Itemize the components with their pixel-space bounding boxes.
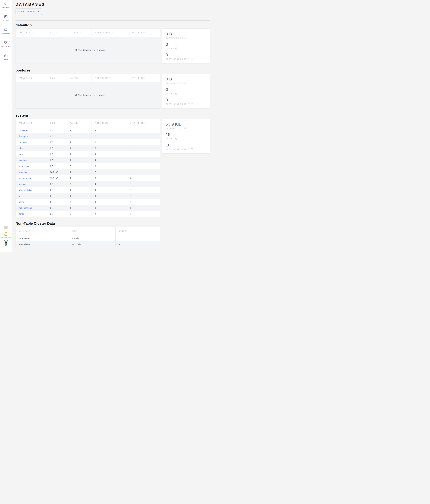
table-name-link[interactable]: comments bbox=[19, 129, 28, 132]
sidebar-item-label: JOBS bbox=[4, 59, 8, 60]
size-cell: 0 B bbox=[47, 211, 67, 217]
table-name-link[interactable]: web_sessions bbox=[19, 207, 32, 209]
database-size-label: DATABASE SIZE bbox=[166, 37, 183, 39]
gear-icon bbox=[4, 226, 8, 230]
info-icon[interactable] bbox=[191, 103, 193, 105]
sort-caret-icon bbox=[112, 123, 113, 124]
columns-cell: 4 bbox=[92, 157, 127, 163]
chevron-down-icon bbox=[37, 11, 39, 12]
ranges-cell: 1 bbox=[67, 205, 92, 211]
sidebar-item-databases[interactable]: DATABASES bbox=[0, 28, 12, 34]
non-table-data-table: DATA TYPE SIZE RANGES Time Series 1.4 Mi… bbox=[16, 227, 160, 247]
column-header-ranges[interactable]: RANGES bbox=[67, 119, 92, 127]
page-title: DATABASES bbox=[16, 2, 210, 7]
empty-state: This database has no tables. bbox=[16, 37, 160, 63]
column-header-size[interactable]: SIZE bbox=[47, 74, 67, 82]
range-count-value: 0 bbox=[166, 98, 206, 102]
indices-cell: 1 bbox=[127, 157, 160, 163]
data-type-cell: Internal Use bbox=[16, 241, 69, 247]
ranges-cell: 1 bbox=[67, 169, 92, 175]
sort-caret-icon bbox=[33, 33, 34, 33]
columns-cell: 3 bbox=[92, 163, 127, 169]
size-cell: 1.4 MiB bbox=[69, 235, 116, 241]
column-header-table-name[interactable]: TABLE NAME bbox=[16, 74, 47, 82]
empty-state-message: This database has no tables. bbox=[78, 49, 105, 51]
size-cell: 0 B bbox=[47, 163, 67, 169]
column-header-columns[interactable]: # OF COLUMNS bbox=[92, 29, 127, 37]
column-header-columns[interactable]: # OF COLUMNS bbox=[92, 74, 127, 82]
table-row: settings 0 B 0 4 1 bbox=[16, 181, 160, 187]
sidebar-item-overview[interactable]: OVERVIEW bbox=[0, 2, 12, 8]
ranges-cell: 1 bbox=[116, 235, 160, 241]
indices-cell: 1 bbox=[127, 163, 160, 169]
database-section-title: defaultdb bbox=[16, 23, 210, 27]
table-name-link[interactable]: namespace bbox=[19, 165, 29, 167]
range-count-label: TOTAL RANGE COUNT bbox=[166, 103, 190, 105]
table-name-link[interactable]: locations bbox=[19, 159, 27, 161]
range-count-value: 10 bbox=[166, 143, 206, 147]
sort-caret-icon bbox=[56, 78, 57, 78]
table-row: rangelog 34.7 KiB 1 7 1 bbox=[16, 169, 160, 175]
info-icon[interactable] bbox=[191, 148, 193, 150]
sidebar-item-jobs[interactable]: JOBS bbox=[0, 54, 12, 60]
columns-cell: 9 bbox=[92, 187, 127, 193]
info-icon[interactable] bbox=[191, 58, 193, 60]
unlocked-padlock-icon bbox=[4, 232, 8, 236]
tables-count-value: 0 bbox=[166, 42, 206, 47]
sidebar-item-metrics[interactable]: METRICS bbox=[0, 15, 12, 21]
table-name-link[interactable]: eventlog bbox=[19, 141, 27, 144]
table-name-link[interactable]: ui bbox=[19, 195, 20, 197]
info-icon[interactable] bbox=[184, 127, 187, 129]
table-name-link[interactable]: jobs bbox=[19, 147, 23, 149]
insecure-mode-label: INSECURE MODE bbox=[0, 237, 11, 238]
table-name-link[interactable]: table_statistics bbox=[19, 189, 32, 191]
table-name-link[interactable]: descriptor bbox=[19, 135, 28, 137]
view-dropdown-value: TABLES bbox=[27, 11, 36, 13]
tables-count-label: TABLES bbox=[166, 138, 174, 140]
indices-cell: 1 bbox=[127, 193, 160, 199]
sort-caret-icon bbox=[146, 123, 147, 124]
table-row: eventlog 0 B 1 6 1 bbox=[16, 139, 160, 145]
view-dropdown[interactable]: VIEW: TABLES bbox=[16, 9, 42, 15]
info-icon[interactable] bbox=[175, 138, 177, 140]
ranges-cell: 8 bbox=[116, 241, 160, 247]
column-header-ranges[interactable]: RANGES bbox=[67, 74, 92, 82]
ranges-cell: 1 bbox=[67, 175, 92, 181]
table-name-link[interactable]: zones bbox=[19, 213, 24, 215]
column-header-indices[interactable]: # OF INDICES bbox=[127, 74, 160, 82]
indices-cell: 1 bbox=[127, 139, 160, 145]
ranges-cell: 1 bbox=[67, 151, 92, 157]
size-cell: 0 B bbox=[47, 145, 67, 151]
column-header-indices[interactable]: # OF INDICES bbox=[127, 29, 160, 37]
column-header-size[interactable]: SIZE bbox=[47, 29, 67, 37]
database-size-label: DATABASE SIZE bbox=[166, 82, 183, 84]
column-header-ranges[interactable]: RANGES bbox=[67, 29, 92, 37]
tables-count-value: 15 bbox=[166, 132, 206, 137]
info-icon[interactable] bbox=[175, 93, 177, 95]
sidebar-item-statements[interactable]: STATEMENTS bbox=[0, 41, 12, 47]
column-header-table-name[interactable]: TABLE NAME bbox=[16, 119, 47, 127]
ranges-cell: 1 bbox=[67, 157, 92, 163]
sidebar-item-label: METRICS bbox=[3, 19, 9, 21]
table-name-link[interactable]: users bbox=[19, 201, 24, 203]
column-header-table-name[interactable]: TABLE NAME bbox=[16, 29, 47, 37]
column-header-size[interactable]: SIZE bbox=[47, 119, 67, 127]
columns-cell: 3 bbox=[92, 199, 127, 205]
info-icon[interactable] bbox=[184, 82, 187, 84]
insecure-mode-indicator[interactable]: INSECURE MODE bbox=[0, 232, 11, 238]
info-icon[interactable] bbox=[175, 47, 177, 50]
info-icon[interactable] bbox=[184, 37, 187, 39]
tables-count-label: TABLES bbox=[166, 93, 174, 94]
sort-caret-icon bbox=[80, 33, 81, 33]
range-count-value: 0 bbox=[166, 53, 206, 57]
table-name-link[interactable]: rangelog bbox=[19, 171, 27, 173]
column-header-indices[interactable]: # OF INDICES bbox=[127, 119, 160, 127]
table-name-link[interactable]: role_members bbox=[19, 177, 32, 179]
table-name-link[interactable]: lease bbox=[19, 153, 24, 155]
sidebar-footer: INSECURE MODE bbox=[0, 226, 12, 252]
column-header-columns[interactable]: # OF COLUMNS bbox=[92, 119, 127, 127]
sort-caret-icon bbox=[80, 78, 81, 78]
table-row: web_sessions 0 B 1 8 3 bbox=[16, 205, 160, 211]
table-name-link[interactable]: settings bbox=[19, 183, 26, 185]
settings-button[interactable] bbox=[4, 226, 8, 230]
